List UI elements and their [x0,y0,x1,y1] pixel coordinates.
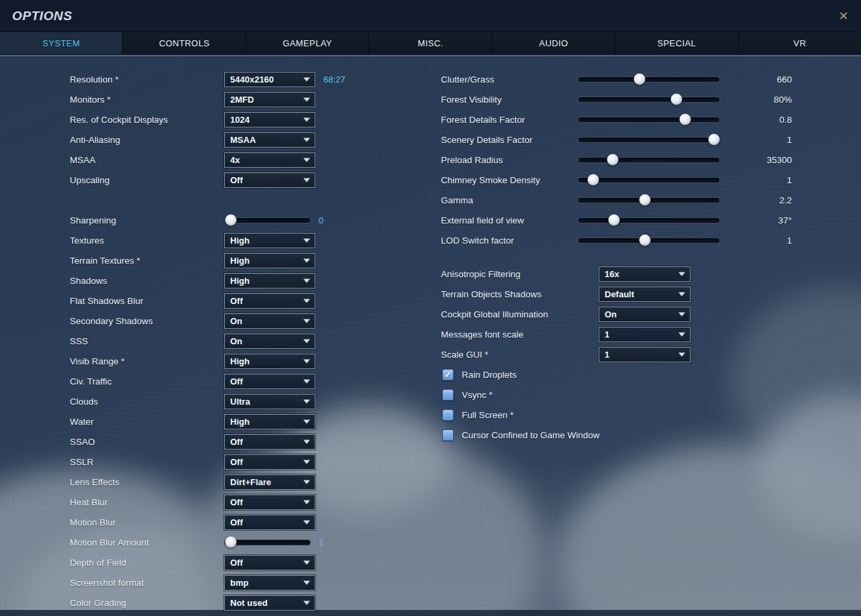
options-window: OPTIONS ✕ SYSTEMCONTROLSGAMEPLAYMISC.AUD… [0,0,861,616]
dropdown-resolution[interactable]: 5440x2160 [224,72,315,87]
slider-forest-visibility[interactable] [578,97,720,103]
slider-handle[interactable] [708,134,719,146]
slider-value: 1 [787,236,792,246]
slider-sharpening[interactable] [224,217,311,223]
dropdown-monitors[interactable]: 2MFD [224,92,315,107]
dropdown-terrain-textures[interactable]: High [224,253,315,268]
slider-clutter-grass[interactable] [578,76,720,83]
checkbox-vsync[interactable]: ✓ [442,389,454,401]
checkbox-label: Rain Droplets [462,370,517,380]
chevron-down-icon [303,460,310,464]
checkbox-cursor-confined-to-game-window[interactable]: ✓ [442,429,454,441]
slider-handle[interactable] [640,195,651,206]
chevron-down-icon [303,78,310,82]
settings-row: Heat BlurOff [70,492,432,512]
tab-audio[interactable]: AUDIO [493,32,615,54]
slider-value: 0.8 [779,115,792,125]
setting-label: Scale GUI * [441,350,599,360]
column-spacer [441,250,792,264]
slider-forest-details-factor[interactable] [578,117,720,123]
slider-handle[interactable] [640,235,651,246]
dropdown-res-of-cockpit-displays[interactable]: 1024 [224,112,315,127]
settings-row: Motion BlurOff [70,512,432,532]
dropdown-selected-value: 2MFD [225,95,254,105]
slider-handle[interactable] [225,537,236,548]
slider-handle[interactable] [225,215,236,226]
dropdown-depth-of-field[interactable]: Off [224,555,315,570]
slider-scenery-details-factor[interactable] [578,137,720,143]
dropdown-scale-gui[interactable]: 1 [599,347,691,362]
dropdown-ssao[interactable]: Off [224,434,315,450]
dropdown-selected-value: Off [225,457,243,467]
slider-chimney-smoke-density[interactable] [578,177,720,183]
tab-special[interactable]: SPECIAL [615,32,738,54]
dropdown-lens-effects[interactable]: Dirt+Flare [224,474,315,490]
setting-label: Chimney Smoke Density [441,175,578,185]
dropdown-selected-value: 1 [599,329,609,340]
dropdown-selected-value: Off [225,376,243,387]
dropdown-clouds[interactable]: Ultra [224,394,315,409]
tab-gameplay[interactable]: GAMEPLAY [246,32,369,54]
setting-label: Secondary Shadows [70,316,224,326]
tab-system[interactable]: SYSTEM [0,32,123,54]
chevron-down-icon [678,272,685,276]
chevron-down-icon [303,581,310,585]
dropdown-messages-font-scale[interactable]: 1 [599,327,691,342]
slider-handle[interactable] [634,74,646,85]
cloud-shape [557,443,861,616]
dropdown-msaa[interactable]: 4x [224,152,315,168]
dropdown-selected-value: 4x [225,155,240,165]
setting-label: Cockpit Global Illumination [441,309,599,319]
slider-handle[interactable] [607,154,618,166]
dropdown-selected-value: MSAA [225,135,256,145]
dropdown-color-grading[interactable]: Not used [224,595,315,611]
dropdown-motion-blur[interactable]: Off [224,515,315,530]
dropdown-anti-aliasing[interactable]: MSAA [224,132,315,148]
slider-gamma[interactable] [578,197,720,203]
checkbox-rain-droplets[interactable]: ✓ [442,369,454,380]
dropdown-water[interactable]: High [224,414,315,429]
close-icon[interactable]: ✕ [834,7,853,25]
dropdown-sss[interactable]: On [224,333,315,349]
chevron-down-icon [303,360,310,364]
tab-controls[interactable]: CONTROLS [123,32,246,54]
chevron-down-icon [303,440,310,444]
dropdown-selected-value: Off [225,497,243,507]
dropdown-flat-shadows-blur[interactable]: Off [224,293,315,309]
slider-value: 1 [787,175,792,185]
dropdown-selected-value: Dirt+Flare [225,477,271,487]
slider-external-field-of-view[interactable] [578,217,720,223]
dropdown-sslr[interactable]: Off [224,454,315,470]
dropdown-screenshot-format[interactable]: bmp [224,575,315,591]
dropdown-shadows[interactable]: High [224,273,315,289]
tab-misc[interactable]: MISC. [369,32,492,54]
slider-handle[interactable] [680,114,691,125]
chevron-down-icon [678,293,685,297]
dropdown-selected-value: 16x [599,269,619,279]
chevron-down-icon [678,333,685,337]
checkbox-full-screen[interactable]: ✓ [442,409,454,421]
tab-vr[interactable]: VR [739,32,861,54]
settings-row: Resolution *5440x216068:27 [70,69,432,89]
dropdown-heat-blur[interactable]: Off [224,495,315,510]
dropdown-cockpit-global-illumination[interactable]: On [599,307,691,322]
dropdown-textures[interactable]: High [224,233,315,248]
chevron-down-icon [303,118,310,122]
slider-handle[interactable] [588,174,599,186]
settings-row: MSAA4x [70,150,432,170]
slider-handle[interactable] [608,215,619,226]
slider-preload-radius[interactable] [578,157,720,163]
settings-row: TexturesHigh [70,230,432,250]
slider-motion-blur-amount[interactable] [224,540,311,546]
dropdown-visib-range[interactable]: High [224,354,315,369]
slider-lod-switch-factor[interactable] [578,238,720,244]
dropdown-secondary-shadows[interactable]: On [224,313,315,329]
dropdown-anisotropic-filtering[interactable]: 16x [599,266,691,282]
dropdown-terrain-objects-shadows[interactable]: Default [599,287,691,302]
slider-handle[interactable] [670,94,682,105]
dropdown-upscaling[interactable]: Off [224,172,315,188]
chevron-down-icon [303,239,310,243]
dropdown-civ-traffic[interactable]: Off [224,374,315,389]
setting-label: Civ. Traffic [70,376,224,387]
slider-value: 1 [319,537,323,548]
